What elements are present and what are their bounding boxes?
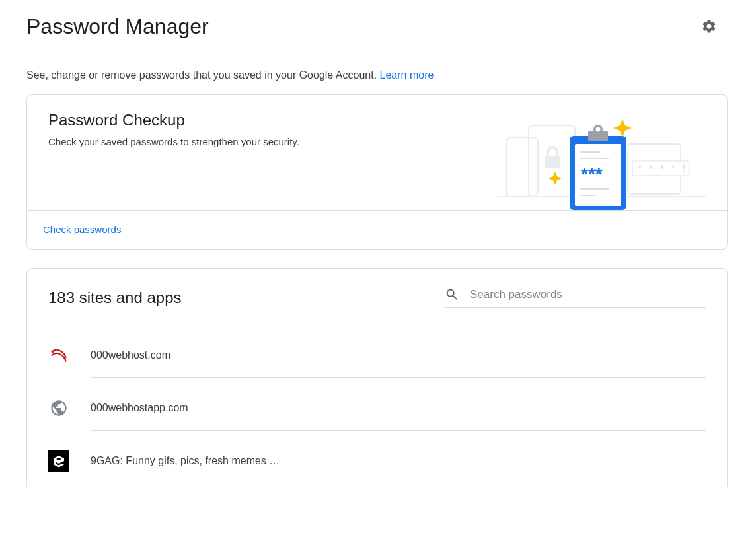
intro-text: See, change or remove passwords that you… [0, 53, 754, 94]
page-title: Password Manager [26, 15, 209, 39]
site-row[interactable]: 000webhostapp.com [48, 382, 706, 435]
site-favicon-000webhost [48, 345, 69, 366]
password-checkup-card: Password Checkup Check your saved passwo… [26, 94, 728, 250]
intro-description: See, change or remove passwords that you… [26, 69, 380, 81]
settings-button[interactable] [696, 13, 722, 40]
site-row[interactable]: 000webhost.com [48, 329, 706, 382]
check-passwords-link[interactable]: Check passwords [43, 224, 121, 235]
svg-point-19 [63, 358, 65, 360]
site-name: 000webhost.com [91, 349, 170, 361]
search-icon [445, 287, 459, 302]
svg-point-18 [52, 351, 54, 353]
svg-rect-0 [506, 137, 538, 197]
sites-count-heading: 183 sites and apps [48, 289, 181, 307]
site-favicon-9gag [48, 450, 69, 472]
search-input[interactable] [470, 288, 706, 301]
svg-text:***: *** [581, 164, 603, 184]
site-name: 000webhostapp.com [91, 402, 188, 413]
sites-card: 183 sites and apps 000webhost.com [26, 268, 728, 487]
svg-point-12 [596, 127, 601, 132]
site-name: 9GAG: Funny gifs, pics, fresh memes … [91, 455, 280, 466]
search-passwords-field[interactable] [445, 287, 706, 308]
page-header: Password Manager [0, 0, 754, 53]
globe-icon [50, 399, 68, 417]
svg-text:* * * * *: * * * * * [637, 163, 687, 174]
checkup-illustration: * * * * * *** [484, 111, 708, 210]
site-favicon-generic [48, 398, 69, 419]
checkup-subtitle: Check your saved passwords to strengthen… [48, 136, 299, 147]
checkup-title: Password Checkup [48, 111, 299, 129]
learn-more-link[interactable]: Learn more [380, 69, 434, 81]
site-row[interactable]: 9GAG: Funny gifs, pics, fresh memes … [48, 435, 706, 487]
gear-icon [701, 18, 717, 34]
